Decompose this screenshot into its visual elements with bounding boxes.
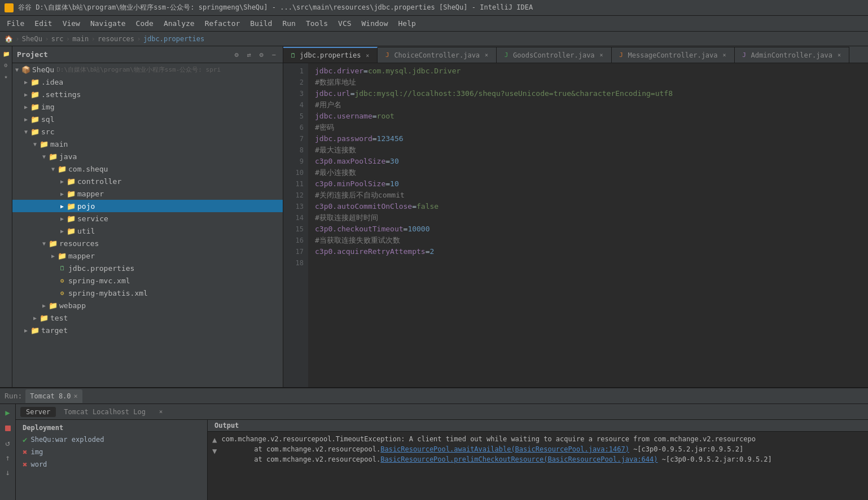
tab-close-button[interactable]: × [598,51,606,59]
tree-item-img[interactable]: ▶ 📁 img [12,100,283,113]
tab-close-button[interactable]: × [363,51,371,59]
code-line-9: c3p0.maxPoolSize=30 [315,156,861,167]
tab-goods-controller[interactable]: J GoodsController.java × [497,47,612,63]
panel-icon-split[interactable]: ⇄ [244,50,253,59]
folder-icon: 📁 [30,90,40,99]
breadcrumb: 🏠 › SheQu › src › main › resources › jdb… [0,32,868,46]
menu-item-run[interactable]: Run [278,17,300,29]
tree-item-java[interactable]: ▼ 📁 java [12,150,283,163]
tab-tomcat-log[interactable]: Tomcat Localhost Log [58,407,151,417]
tab-admin-controller[interactable]: J AdminController.java × [735,47,850,63]
panel-icon-gear[interactable]: ⚙ [232,50,241,59]
structure-icon[interactable]: ⚙ [1,60,11,70]
tab-close-button[interactable]: × [835,51,843,59]
scroll-up-button[interactable]: ↑ [2,451,14,464]
tree-item-resources[interactable]: ▼ 📁 resources [12,237,283,249]
output-line-3: at com.mchange.v2.resourcepool.BasicReso… [221,454,863,464]
line-numbers: 12345 678910 1112131415 161718 [283,63,308,387]
menu-item-vcs[interactable]: VCS [334,17,356,29]
tree-arrow: ▶ [58,189,67,198]
tree-item-jdbc-properties[interactable]: ▶ 🗒 jdbc.properties [12,262,283,274]
tree-item-mapper2[interactable]: ▶ 📁 mapper [12,249,283,262]
code-content[interactable]: jdbc.driver=com.mysql.jdbc.Driver #数据库地址… [308,63,868,387]
tree-item-settings[interactable]: ▶ 📁 .settings [12,88,283,100]
project-panel: Project ⚙ ⇄ ⚙ − ▼ 📦 SheQu D:\自媒体\b站\prog… [12,46,283,387]
output-link-1[interactable]: BasicResourcePool.awaitAvailable(BasicRe… [380,445,629,453]
tree-item-controller[interactable]: ▶ 📁 controller [12,175,283,187]
output-arrows: ▲ ▼ [212,434,217,498]
menu-item-build[interactable]: Build [246,17,277,29]
tree-item-webapp[interactable]: ▶ 📁 webapp [12,299,283,312]
code-line-6: #密码 [315,122,861,133]
breadcrumb-main[interactable]: main [72,35,89,43]
menu-item-file[interactable]: File [2,17,29,29]
run-tab-tomcat[interactable]: Tomcat 8.0 × [25,389,82,403]
output-content[interactable]: ▲ ▼ com.mchange.v2.resourcepool.TimeoutE… [208,432,868,500]
tree-arrow: ▶ [21,115,30,124]
menu-item-analyze[interactable]: Analyze [159,17,199,29]
tree-arrow: ▶ [58,214,67,223]
titlebar-text: 谷谷 D:\自媒体\b站\program\物业小程序ssm-公众号: sprin… [18,3,533,12]
stop-button[interactable] [2,422,14,435]
project-icon[interactable]: 📁 [1,49,11,59]
menu-item-window[interactable]: Window [357,17,393,29]
breadcrumb-shequ[interactable]: SheQu [22,35,42,43]
favorites-icon[interactable]: ★ [1,71,11,81]
menu-item-refactor[interactable]: Refactor [200,17,245,29]
menu-item-tools[interactable]: Tools [301,17,332,29]
code-line-12: #关闭连接后不自动commit [315,190,861,201]
panel-icon-settings[interactable]: ⚙ [257,50,266,59]
run-bar: Run: Tomcat 8.0 × [0,388,868,404]
tab-close-button[interactable]: × [721,51,729,59]
panel-icon-hide[interactable]: − [269,50,278,59]
dep-item-word[interactable]: ✖ word [16,458,207,471]
tab-server[interactable]: Server [20,407,56,417]
code-line-2: #数据库地址 [315,77,861,88]
output-link-2[interactable]: BasicResourcePool.prelimCheckoutResource… [380,455,657,463]
breadcrumb-file[interactable]: jdbc.properties [143,35,204,43]
breadcrumb-src[interactable]: src [51,35,64,43]
tab-close-button[interactable]: × [483,51,490,59]
tree-item-shequ[interactable]: ▼ 📦 SheQu D:\自媒体\b站\program\物业小程序ssm-公众号… [12,63,283,76]
menu-item-code[interactable]: Code [131,17,158,29]
tree-item-idea[interactable]: ▶ 📁 .idea [12,76,283,88]
tree-item-service[interactable]: ▶ 📁 service [12,212,283,225]
tab-label: MessageController.java [628,51,718,59]
tree-arrow: ▶ [58,201,67,210]
tree-item-mapper1[interactable]: ▶ 📁 mapper [12,187,283,200]
tree-item-spring-mvc[interactable]: ▶ ⚙ spring-mvc.xml [12,274,283,287]
folder-icon: 📁 [49,239,58,248]
menu-item-view[interactable]: View [58,17,85,29]
menu-item-edit[interactable]: Edit [30,17,56,29]
dep-item-img[interactable]: ✖ img [16,446,207,458]
tree-item-spring-mybatis[interactable]: ▶ ⚙ spring-mybatis.xml [12,287,283,299]
menu-item-help[interactable]: Help [394,17,420,29]
run-tab-close[interactable]: × [74,392,78,400]
tree-arrow: ▶ [40,301,49,310]
tree-item-comshequ[interactable]: ▼ 📁 com.shequ [12,163,283,175]
tree-item-target[interactable]: ▶ 📁 target [12,324,283,336]
tab-choice-controller[interactable]: J ChoiceController.java × [378,47,497,63]
tree-item-src[interactable]: ▼ 📁 src [12,125,283,138]
tree-arrow: ▼ [40,239,49,248]
play-button[interactable]: ▶ [2,406,14,419]
breadcrumb-resources[interactable]: resources [98,35,134,43]
scroll-down-output[interactable]: ▼ [212,446,217,455]
menu-item-navigate[interactable]: Navigate [86,17,130,29]
dep-item-shequ[interactable]: ✔ SheQu:war exploded [16,433,207,446]
rerun-button[interactable]: ↺ [2,437,14,449]
tree-item-pojo[interactable]: ▶ 📁 pojo [12,200,283,212]
tree-item-util[interactable]: ▶ 📁 util [12,225,283,237]
tab-message-controller[interactable]: J MessageController.java × [612,47,735,63]
breadcrumb-icon: 🏠 [5,35,13,43]
tree-item-sql[interactable]: ▶ 📁 sql [12,113,283,125]
output-line-2: at com.mchange.v2.resourcepool.BasicReso… [221,444,863,454]
scroll-up-output[interactable]: ▲ [212,435,217,444]
tree-item-test[interactable]: ▶ 📁 test [12,312,283,324]
code-line-15: c3p0.checkoutTimeout=10000 [315,223,861,235]
tree-item-main[interactable]: ▼ 📁 main [12,138,283,150]
scroll-down-button[interactable]: ↓ [2,466,14,479]
code-editor[interactable]: 12345 678910 1112131415 161718 jdbc.driv… [283,63,868,387]
tab-log-close[interactable]: × [154,407,169,416]
tab-jdbc-properties[interactable]: 🗒 jdbc.properties × [283,47,378,63]
